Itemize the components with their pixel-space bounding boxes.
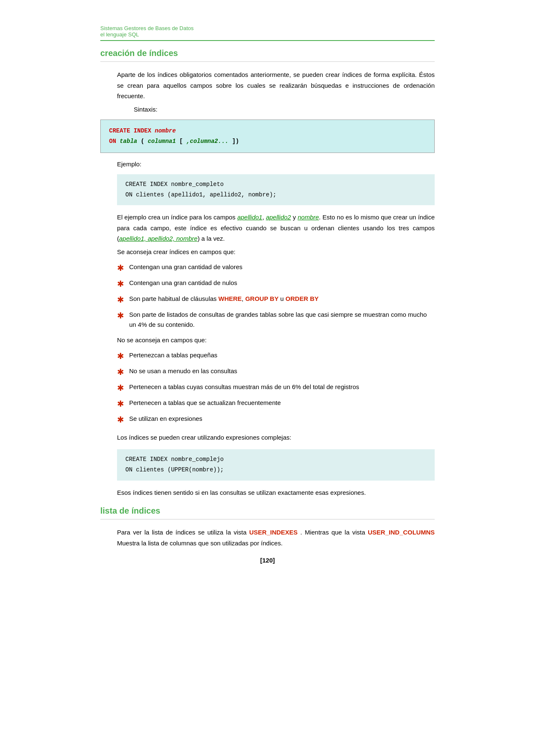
sintaxis-text: Sintaxis: — [134, 106, 158, 113]
bullet-icon: ✱ — [117, 398, 124, 410]
bullet-icon: ✱ — [117, 294, 124, 305]
list-item: ✱ Son parte de listados de consultas de … — [117, 310, 435, 330]
expl-link1: apellido1 — [237, 214, 262, 221]
no-advice-item-5: Se utilizan en expresiones — [129, 414, 202, 424]
s2-text-after: Muestra la lista de columnas que son uti… — [117, 540, 283, 547]
ejemplo-label: Ejemplo: — [117, 160, 435, 168]
section1-intro-block: Aparte de los índices obligatorios comen… — [117, 69, 435, 113]
advice-list-section: ✱ Contengan una gran cantidad de valores… — [117, 262, 435, 330]
expl-mid1: , — [262, 214, 266, 221]
no-advice-item-2: No se usan a menudo en las consultas — [129, 366, 237, 376]
section2-title: lista de índices — [100, 506, 435, 519]
expl-end: ) a la vez. — [198, 235, 225, 242]
list-item: ✱ Son parte habitual de cláusulas WHERE,… — [117, 294, 435, 305]
bullet-icon: ✱ — [117, 262, 124, 274]
complex-line1: CREATE INDEX nombre_complejo — [125, 454, 426, 465]
list-item: ✱ No se usan a menudo en las consultas — [117, 366, 435, 378]
complex-note-block: Esos índices tienen sentido si en las co… — [117, 487, 435, 498]
paren-open: ( — [141, 138, 144, 145]
ejemplo-block: Ejemplo: — [117, 160, 435, 168]
header-section: Sistemas Gestores de Bases de Datos el l… — [100, 25, 435, 41]
sintaxis-label: Sintaxis: — [134, 106, 435, 113]
link-user-indexes: USER_INDEXES — [249, 529, 298, 536]
bullet-icon: ✱ — [117, 382, 124, 394]
no-advice-list-section: ✱ Pertenezcan a tablas pequeñas ✱ No se … — [117, 350, 435, 425]
code-block-example: CREATE INDEX nombre_completo ON clientes… — [117, 174, 435, 205]
list-item: ✱ Pertenecen a tablas que se actualizan … — [117, 398, 435, 410]
section2: lista de índices Para ver la lista de ín… — [100, 506, 435, 548]
kw-groupby: GROUP BY — [245, 295, 279, 302]
code-block-complex: CREATE INDEX nombre_complejo ON clientes… — [117, 449, 435, 480]
no-advice-intro-block: No se aconseja en campos que: — [117, 336, 435, 344]
no-advice-list: ✱ Pertenezcan a tablas pequeñas ✱ No se … — [117, 350, 435, 425]
expl-mid2: y — [291, 214, 298, 221]
section1: creación de índices Aparte de los índice… — [100, 48, 435, 498]
expl-link4: apellido1, apellido2, nombre — [119, 235, 198, 242]
complex-line2: ON clientes (UPPER(nombre)); — [125, 465, 426, 475]
header-line1: Sistemas Gestores de Bases de Datos — [100, 25, 435, 31]
advice-item-3: Son parte habitual de cláusulas WHERE, G… — [129, 294, 318, 304]
kw-tabla: tabla — [120, 138, 140, 145]
expl-link3: nombre — [298, 214, 319, 221]
kw-where: WHERE — [218, 295, 242, 302]
list-item: ✱ Contengan una gran cantidad de valores — [117, 262, 435, 274]
no-advice-intro: No se aconseja en campos que: — [117, 336, 435, 344]
no-advice-item-1: Pertenezcan a tablas pequeñas — [129, 350, 217, 360]
complex-intro-block: Los índices se pueden crear utilizando e… — [117, 432, 435, 443]
example-line2: ON clientes (apellido1, apellido2, nombr… — [125, 190, 426, 200]
header-line2: el lenguaje SQL — [100, 31, 435, 38]
code-block-primary: CREATE INDEX nombre ON tabla ( columna1 … — [100, 120, 435, 153]
page-container: Sistemas Gestores de Bases de Datos el l… — [67, 0, 468, 589]
kw-create: CREATE — [109, 127, 130, 134]
kw-columna2: ,columna2... — [186, 138, 229, 145]
expl-link2: apellido2 — [266, 214, 291, 221]
advice-item-1: Contengan una gran cantidad de valores — [129, 262, 242, 272]
s2-text-mid: . Mientras que la vista — [298, 529, 368, 536]
code-line2: ON tabla ( columna1 [ ,columna2... ]) — [109, 136, 426, 147]
expl-text-before: El ejemplo crea un índice para los campo… — [117, 214, 237, 221]
list-item: ✱ Se utilizan en expresiones — [117, 414, 435, 425]
advice-item-4: Son parte de listados de consultas de gr… — [129, 310, 435, 330]
s2-text-before: Para ver la lista de índices se utiliza … — [117, 529, 249, 536]
advice-intro: Se aconseja crear índices en campos que: — [117, 248, 435, 255]
bracket-columna2: [ — [179, 138, 183, 145]
kw-orderby: ORDER BY — [285, 295, 318, 302]
bullet-icon: ✱ — [117, 350, 124, 362]
kw-index: INDEX — [134, 127, 155, 134]
kw-columna1: columna1 — [148, 138, 179, 145]
explanation-paragraph: El ejemplo crea un índice para los campo… — [117, 212, 435, 244]
section2-content: Para ver la lista de índices se utiliza … — [117, 527, 435, 548]
page-number: [120] — [100, 557, 435, 564]
bullet-icon: ✱ — [117, 366, 124, 378]
bullet-icon: ✱ — [117, 278, 124, 290]
explanation-block: El ejemplo crea un índice para los campo… — [117, 212, 435, 255]
code-line1: CREATE INDEX nombre — [109, 126, 426, 136]
advice-list: ✱ Contengan una gran cantidad de valores… — [117, 262, 435, 330]
list-item: ✱ Contengan una gran cantidad de nulos — [117, 278, 435, 290]
complex-intro: Los índices se pueden crear utilizando e… — [117, 432, 435, 443]
bullet-icon: ✱ — [117, 414, 124, 425]
no-advice-item-3: Pertenecen a tablas cuyas consultas mues… — [129, 382, 359, 392]
list-item: ✱ Pertenecen a tablas cuyas consultas mu… — [117, 382, 435, 394]
no-advice-item-4: Pertenecen a tablas que se actualizan fr… — [129, 398, 281, 408]
intro-paragraph: Aparte de los índices obligatorios comen… — [117, 69, 435, 102]
link-user-ind-columns: USER_IND_COLUMNS — [368, 529, 435, 536]
kw-on: ON — [109, 138, 120, 145]
kw-nombre: nombre — [155, 127, 176, 134]
list-item: ✱ Pertenezcan a tablas pequeñas — [117, 350, 435, 362]
example-line1: CREATE INDEX nombre_completo — [125, 179, 426, 190]
bullet-icon: ✱ — [117, 310, 124, 321]
advice-item-2: Contengan una gran cantidad de nulos — [129, 278, 237, 288]
section1-title: creación de índices — [100, 48, 435, 62]
bracket-close: ]) — [232, 138, 239, 145]
complex-note: Esos índices tienen sentido si en las co… — [117, 487, 435, 498]
section2-paragraph: Para ver la lista de índices se utiliza … — [117, 527, 435, 548]
